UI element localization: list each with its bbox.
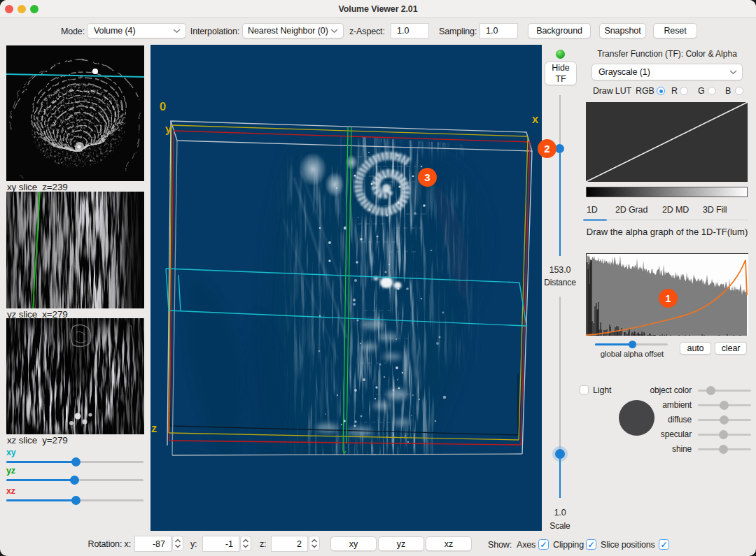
svg-text:z: z (151, 422, 158, 435)
svg-text:x: x (532, 113, 539, 126)
svg-text:y: y (165, 122, 172, 136)
svg-text:0: 0 (160, 100, 166, 113)
